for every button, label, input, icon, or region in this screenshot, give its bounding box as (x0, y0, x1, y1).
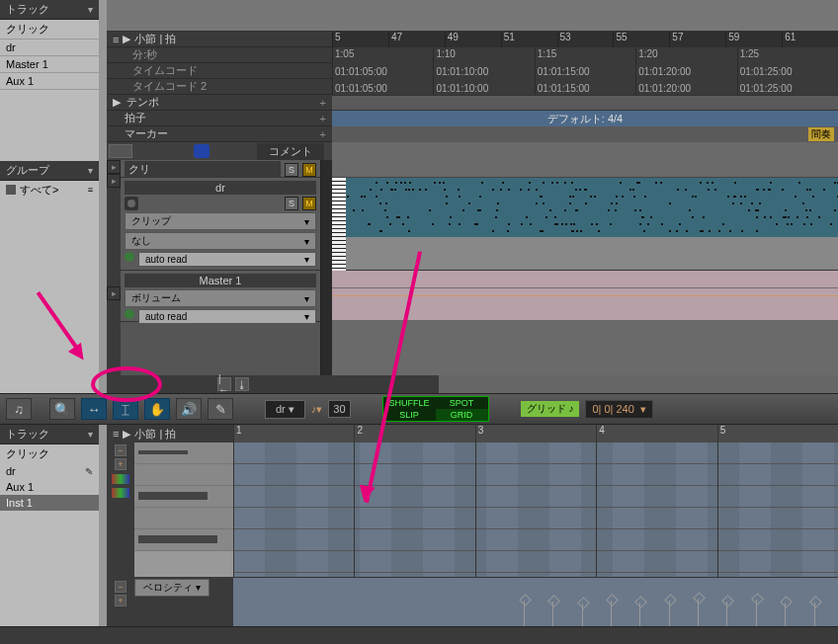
plus-icon[interactable]: + (320, 113, 326, 124)
tracklist-item-master1[interactable]: Master 1 (0, 56, 99, 73)
track-insert-selector[interactable]: なし▾ (125, 232, 316, 250)
track-expand-icon[interactable]: ▸ (107, 286, 121, 300)
auto-dot-icon[interactable] (125, 252, 134, 262)
selector-tool-icon[interactable]: ⌶ (113, 398, 138, 420)
midi-track-click[interactable]: クリック (0, 444, 99, 463)
pencil-icon[interactable]: ✎ (85, 466, 93, 477)
solo-button[interactable]: S (285, 197, 298, 210)
auto-dot-icon[interactable] (125, 309, 134, 319)
tracklist-item-click[interactable]: クリック (0, 20, 99, 40)
mode-shuffle[interactable]: SHUFFLE (383, 397, 436, 409)
zoom-icon[interactable]: 🔍 (49, 398, 75, 420)
grid-chip[interactable]: グリッド ♪ (521, 401, 580, 417)
ruler-min-sec[interactable]: 分:秒 (107, 47, 332, 63)
zoom-out-icon[interactable]: − (115, 581, 126, 593)
tracks-panel-header[interactable]: トラック ▾ (0, 0, 99, 20)
marker-tag[interactable]: 間奏 (808, 127, 834, 141)
moon-icon[interactable] (194, 144, 210, 158)
plus-icon[interactable]: + (320, 97, 326, 109)
solo-button[interactable]: S (285, 163, 298, 177)
counter[interactable]: 0| 0| 240 ▾ (585, 400, 653, 419)
pencil-tool-icon[interactable]: ✎ (208, 398, 233, 420)
track-view-selector[interactable]: ボリューム▾ (125, 289, 316, 307)
zoom-in-icon[interactable]: + (115, 458, 126, 470)
tracklist-item-aux1[interactable]: Aux 1 (0, 73, 99, 90)
ruler-tempo[interactable]: ▶テンポ+ (107, 95, 332, 111)
velocity-lane[interactable] (233, 577, 838, 626)
download-icon[interactable]: ⭳ (235, 377, 249, 391)
mode-spot[interactable]: SPOT (436, 397, 488, 409)
chevron-down-icon[interactable]: ▾ (88, 429, 93, 440)
track-expand-icon[interactable]: ▸ (107, 160, 121, 174)
drum-row[interactable] (134, 529, 233, 551)
mute-button[interactable]: M (302, 197, 316, 210)
groups-panel-title: グループ (6, 163, 49, 178)
drum-row[interactable] (134, 508, 233, 529)
velocity-selector[interactable]: ベロシティ ▾ (134, 579, 210, 597)
midi-note-grid[interactable] (233, 443, 838, 577)
triangle-icon: ▶ (123, 33, 130, 45)
clip-lane-kuri[interactable] (332, 160, 838, 178)
groups-panel-header[interactable]: グループ ▾ (0, 161, 99, 181)
ruler-timecode2[interactable]: タイムコード 2 (107, 79, 332, 95)
mute-button[interactable]: M (302, 163, 316, 177)
meter-lane[interactable]: デフォルト: 4/4 (332, 111, 838, 126)
time-column: 1:0501:01:05:0001:01:05:00 (332, 47, 433, 95)
bar-number: 51 (501, 32, 557, 47)
drum-row[interactable] (134, 443, 233, 464)
ruler-timecode[interactable]: タイムコード (107, 63, 332, 79)
track-view-selector[interactable]: クリップ▾ (125, 212, 316, 230)
group-menu-icon[interactable]: ≡ (88, 185, 93, 195)
tempo-lane[interactable] (332, 95, 838, 111)
mode-slip[interactable]: SLIP (383, 409, 436, 421)
midi-bar-ruler[interactable]: 12345 (233, 425, 838, 443)
ruler-markers[interactable]: マーカー+ (107, 126, 332, 142)
chevron-down-icon[interactable]: ▾ (88, 165, 93, 176)
track-lane-bottom[interactable] (439, 375, 838, 393)
drum-row[interactable] (134, 464, 233, 486)
splitter[interactable] (99, 425, 107, 626)
midi-bar-number: 2 (354, 425, 474, 443)
rewind-icon[interactable]: |← (217, 377, 231, 391)
midi-track-inst1[interactable]: Inst 1 (0, 495, 99, 511)
record-button[interactable] (125, 197, 138, 210)
ruler-bars-beats[interactable]: ≡▶ 小節 | 拍 (107, 32, 332, 47)
automation-mode[interactable]: auto read▾ (138, 309, 316, 324)
marker-lane[interactable]: 間奏 (332, 126, 838, 142)
midi-tracks-header[interactable]: トラック ▾ (0, 425, 99, 444)
mode-grid[interactable]: GRID (436, 409, 488, 421)
clip-lane-dr[interactable] (332, 178, 838, 271)
zoom-in-icon[interactable]: + (115, 595, 126, 606)
note-icon[interactable]: ♫ (6, 398, 32, 420)
automation-mode[interactable]: auto read▾ (138, 252, 316, 267)
midi-track-aux1[interactable]: Aux 1 (0, 479, 99, 495)
color-bar-icon[interactable] (112, 488, 129, 498)
grabber-tool-icon[interactable]: ✋ (144, 398, 170, 420)
track-header-dr[interactable]: dr S M クリップ▾ なし▾ auto read▾ (121, 178, 320, 271)
color-bar-icon[interactable] (112, 474, 129, 484)
tracklist-item-dr[interactable]: dr (0, 40, 99, 56)
scrub-tool-icon[interactable]: 🔊 (176, 398, 202, 420)
bar-ruler[interactable]: 54749515355575961 (332, 32, 838, 47)
plus-icon[interactable]: + (320, 128, 326, 140)
trim-tool-icon[interactable]: ↔ (81, 398, 107, 420)
track-selector[interactable]: dr ▾ (265, 400, 305, 419)
track-expand-icon[interactable]: ▸ (107, 174, 121, 188)
time-ruler[interactable]: 1:0501:01:05:0001:01:05:001:1001:01:10:0… (332, 47, 838, 95)
zoom-out-icon[interactable]: − (115, 444, 126, 456)
splitter[interactable] (99, 0, 107, 393)
chevron-down-icon[interactable]: ▾ (88, 4, 93, 15)
group-checkbox-icon[interactable] (6, 185, 16, 195)
view-icon[interactable] (109, 144, 132, 158)
ruler-meter[interactable]: 拍子+ (107, 111, 332, 126)
midi-track-dr[interactable]: dr✎ (0, 463, 99, 479)
track-lanes[interactable] (332, 160, 838, 375)
track-header-kuri[interactable]: クリ S M (121, 160, 320, 178)
midi-ruler-label[interactable]: ≡▶ 小節 | 拍 (107, 425, 233, 443)
group-all[interactable]: すべて> ≡ (0, 181, 99, 200)
drum-row[interactable] (134, 486, 233, 508)
comment-column: コメント (257, 143, 324, 160)
track-header-master[interactable]: Master 1 ボリューム▾ auto read▾ (121, 271, 320, 322)
clip-lane-master[interactable] (332, 271, 838, 320)
note-value[interactable]: 30 (328, 400, 350, 418)
